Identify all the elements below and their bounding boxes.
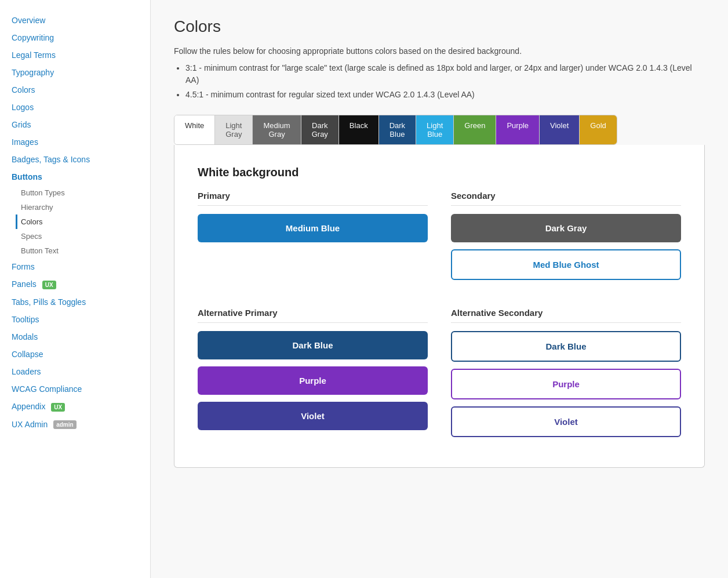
sidebar-sub-specs[interactable]: Specs (21, 229, 150, 243)
tab-black[interactable]: Black (339, 115, 379, 144)
ux-badge-panels: UX (42, 281, 56, 289)
btn-dark-blue-ghost[interactable]: Dark Blue (451, 331, 681, 362)
ux-badge-appendix: UX (51, 403, 65, 412)
tabs-container: White LightGray MediumGray DarkGray Blac… (174, 115, 705, 468)
sidebar-item-wcag[interactable]: WCAG Compliance (0, 380, 150, 398)
sidebar-item-collapse[interactable]: Collapse (0, 346, 150, 363)
tab-light-gray[interactable]: LightGray (215, 115, 253, 144)
tab-white[interactable]: White (174, 115, 215, 144)
alt-primary-column: Alternative Primary Dark Blue Purple Vio… (198, 308, 428, 444)
btn-violet-solid[interactable]: Violet (198, 402, 428, 430)
sidebar-item-modals[interactable]: Modals (0, 328, 150, 346)
sidebar-sub-buttons: Button Types Hierarchy Colors Specs Butt… (0, 186, 150, 258)
secondary-column: Secondary Dark Gray Med Blue Ghost (451, 191, 681, 287)
app-layout: Overview Copywriting Legal Terms Typogra… (0, 0, 728, 578)
content-panel: White background Primary Medium Blue Sec… (174, 145, 705, 468)
sidebar-item-tabs[interactable]: Tabs, Pills & Toggles (0, 293, 150, 311)
sidebar-item-overview[interactable]: Overview (0, 12, 150, 29)
alt-primary-label: Alternative Primary (198, 308, 428, 323)
sidebar-item-copywriting[interactable]: Copywriting (0, 29, 150, 46)
alt-section: Alternative Primary Dark Blue Purple Vio… (198, 308, 681, 444)
sidebar-sub-button-types[interactable]: Button Types (21, 186, 150, 200)
sidebar-item-colors[interactable]: Colors (0, 81, 150, 99)
sidebar-item-ux-admin[interactable]: UX Admin admin (0, 416, 150, 434)
tab-violet[interactable]: Violet (540, 115, 580, 144)
btn-violet-ghost[interactable]: Violet (451, 406, 681, 437)
page-title: Colors (174, 17, 705, 36)
sidebar-item-grids[interactable]: Grids (0, 116, 150, 133)
tab-dark-gray[interactable]: DarkGray (301, 115, 339, 144)
btn-dark-gray[interactable]: Dark Gray (451, 214, 681, 242)
secondary-label: Secondary (451, 191, 681, 206)
sidebar-item-forms[interactable]: Forms (0, 258, 150, 275)
btn-medium-blue[interactable]: Medium Blue (198, 214, 428, 242)
sidebar-sub-button-text[interactable]: Button Text (21, 243, 150, 258)
primary-label: Primary (198, 191, 428, 206)
sidebar-item-logos[interactable]: Logos (0, 99, 150, 116)
sidebar-item-legal-terms[interactable]: Legal Terms (0, 46, 150, 64)
tab-purple[interactable]: Purple (496, 115, 540, 144)
description-text: Follow the rules below for choosing appr… (174, 45, 705, 57)
sidebar-item-images[interactable]: Images (0, 133, 150, 151)
sidebar-item-appendix[interactable]: Appendix UX (0, 398, 150, 416)
sidebar-item-tooltips[interactable]: Tooltips (0, 311, 150, 328)
sidebar: Overview Copywriting Legal Terms Typogra… (0, 0, 151, 578)
primary-column: Primary Medium Blue (198, 191, 428, 287)
tab-gold[interactable]: Gold (580, 115, 616, 144)
tab-green[interactable]: Green (454, 115, 496, 144)
tab-light-blue[interactable]: LightBlue (416, 115, 454, 144)
alt-grid: Alternative Primary Dark Blue Purple Vio… (198, 308, 681, 444)
section-title: White background (198, 166, 681, 179)
tab-medium-gray[interactable]: MediumGray (253, 115, 301, 144)
admin-badge: admin (53, 420, 76, 429)
sidebar-sub-hierarchy[interactable]: Hierarchy (21, 200, 150, 215)
btn-dark-blue-solid[interactable]: Dark Blue (198, 331, 428, 359)
tab-dark-blue[interactable]: DarkBlue (379, 115, 416, 144)
sidebar-item-badges[interactable]: Badges, Tags & Icons (0, 151, 150, 168)
btn-med-blue-ghost[interactable]: Med Blue Ghost (451, 249, 681, 280)
sidebar-item-typography[interactable]: Typography (0, 64, 150, 81)
bullet-1: 3:1 - minimum contrast for "large scale"… (185, 62, 705, 86)
btn-purple-solid[interactable]: Purple (198, 366, 428, 395)
description-block: Follow the rules below for choosing appr… (174, 45, 705, 101)
primary-secondary-grid: Primary Medium Blue Secondary Dark Gray … (198, 191, 681, 287)
sidebar-item-panels[interactable]: Panels UX (0, 275, 150, 293)
btn-purple-ghost[interactable]: Purple (451, 369, 681, 399)
alt-secondary-label: Alternative Secondary (451, 308, 681, 323)
sidebar-item-buttons[interactable]: Buttons (0, 168, 150, 186)
tabs-bar: White LightGray MediumGray DarkGray Blac… (174, 115, 617, 145)
sidebar-sub-colors[interactable]: Colors (16, 215, 150, 229)
bullet-2: 4.5:1 - minimum contrast for regular siz… (185, 89, 705, 101)
alt-secondary-column: Alternative Secondary Dark Blue Purple V… (451, 308, 681, 444)
main-content: Colors Follow the rules below for choosi… (151, 0, 728, 578)
sidebar-item-loaders[interactable]: Loaders (0, 363, 150, 380)
